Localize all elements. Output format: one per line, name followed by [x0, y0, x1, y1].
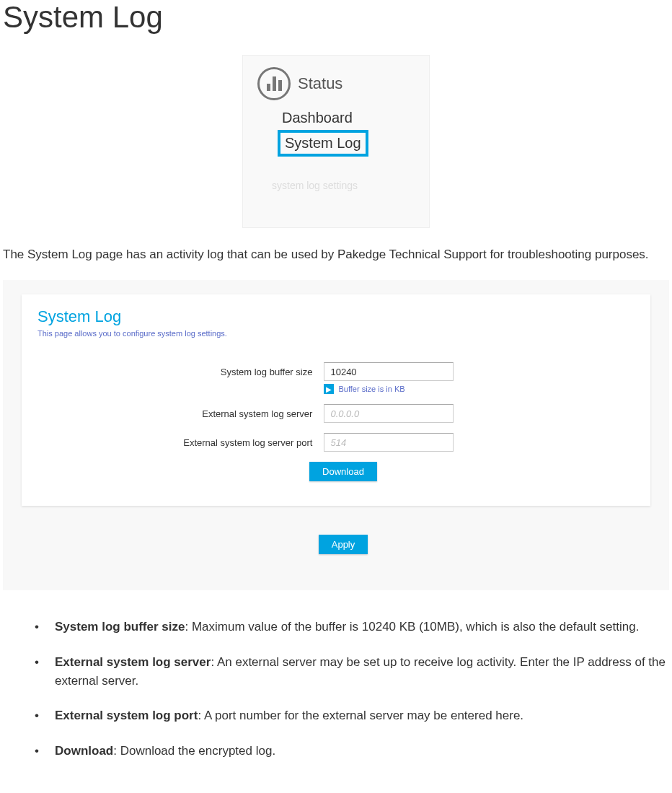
intro-text: The System Log page has an activity log …	[3, 245, 669, 264]
buffer-size-label: System log buffer size	[37, 367, 324, 377]
bullet-title: External system log port	[55, 709, 198, 722]
bar-chart-icon	[257, 67, 291, 100]
bullet-server: External system log server: An external …	[35, 653, 669, 691]
bullet-text: : Download the encrypted log.	[113, 744, 275, 758]
bullet-port: External system log port: A port number …	[35, 706, 669, 725]
port-input[interactable]	[324, 433, 454, 452]
nav-item-system-log[interactable]: System Log	[278, 130, 368, 157]
server-input[interactable]	[324, 404, 454, 423]
apply-button[interactable]: Apply	[319, 535, 368, 554]
buffer-size-input[interactable]	[324, 362, 454, 381]
download-button[interactable]: Download	[309, 462, 377, 481]
nav-figure: Status Dashboard System Log system log s…	[242, 55, 430, 228]
panel-subtitle: This page allows you to configure system…	[37, 329, 635, 338]
nav-item-dashboard[interactable]: Dashboard	[278, 108, 357, 128]
bullet-title: External system log server	[55, 655, 211, 669]
nav-status-row: Status	[250, 67, 422, 100]
bullet-buffer-size: System log buffer size: Maximum value of…	[35, 618, 669, 636]
panel-title: System Log	[37, 307, 635, 326]
port-label: External system log server port	[37, 437, 324, 448]
nav-faded-text: system log settings	[250, 180, 422, 191]
server-label: External system log server	[37, 408, 324, 419]
bullet-text: : A port number for the external server …	[198, 709, 523, 722]
description-list: System log buffer size: Maximum value of…	[3, 618, 669, 761]
bullet-title: Download	[55, 744, 113, 758]
config-panel-figure: System Log This page allows you to confi…	[3, 280, 669, 590]
info-icon: ▶	[324, 384, 334, 394]
nav-status-label: Status	[298, 74, 342, 93]
bullet-title: System log buffer size	[55, 620, 185, 634]
bullet-text: : Maximum value of the buffer is 10240 K…	[185, 620, 639, 634]
buffer-hint: Buffer size is in KB	[338, 385, 404, 393]
bullet-download: Download: Download the encrypted log.	[35, 742, 669, 761]
page-title: System Log	[3, 0, 669, 35]
config-card: System Log This page allows you to confi…	[22, 294, 650, 506]
